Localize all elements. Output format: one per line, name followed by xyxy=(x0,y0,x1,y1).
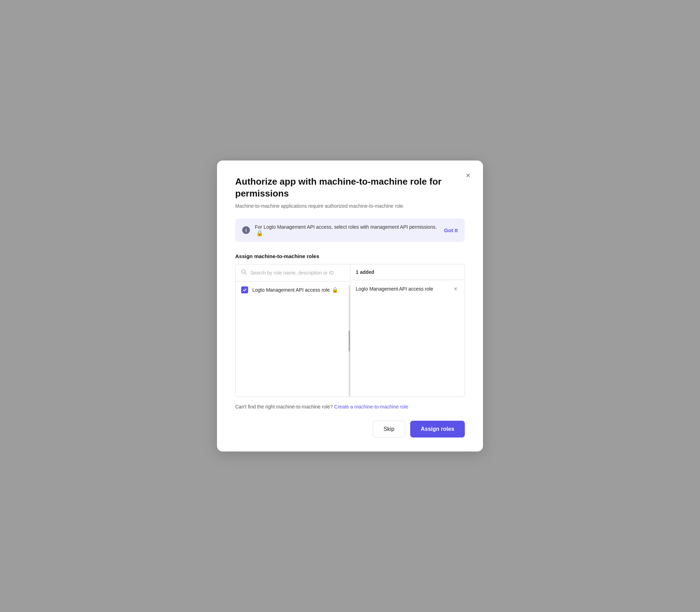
remove-role-button[interactable]: × xyxy=(452,285,459,293)
modal-dialog: × Authorize app with machine-to-machine … xyxy=(217,161,483,451)
checkbox-checked xyxy=(241,286,248,293)
modal-title: Authorize app with machine-to-machine ro… xyxy=(235,176,465,200)
close-button[interactable]: × xyxy=(464,170,472,181)
skip-button[interactable]: Skip xyxy=(373,421,405,437)
search-input[interactable] xyxy=(250,270,344,276)
backdrop: × Authorize app with machine-to-machine … xyxy=(0,0,700,612)
info-banner-text: For Logto Management API access, select … xyxy=(255,224,439,236)
scrollbar-thumb xyxy=(349,330,350,351)
role-name-left: Logto Management API access role 🔒 xyxy=(252,287,338,293)
list-item: Logto Management API access role × xyxy=(350,280,465,298)
role-name-right: Logto Management API access role xyxy=(356,286,433,292)
search-icon xyxy=(241,269,247,276)
roles-container: Logto Management API access role 🔒 1 add… xyxy=(235,264,465,397)
got-it-button[interactable]: Got It xyxy=(444,227,458,233)
create-role-link[interactable]: Create a machine-to-machine role xyxy=(334,404,408,410)
footer-buttons: Skip Assign roles xyxy=(235,421,465,437)
roles-right-panel: 1 added Logto Management API access role… xyxy=(350,264,465,397)
cant-find-text: Can't find the right machine-to-machine … xyxy=(235,404,465,410)
search-box xyxy=(236,264,350,282)
role-icon: 🔒 xyxy=(332,287,338,293)
section-label: Assign machine-to-machine roles xyxy=(235,253,465,259)
scrollbar-track xyxy=(349,285,350,397)
roles-left-panel: Logto Management API access role 🔒 xyxy=(236,264,350,397)
scrollbar xyxy=(349,285,350,397)
modal-subtitle: Machine-to-machine applications require … xyxy=(235,203,465,209)
added-count-header: 1 added xyxy=(350,264,465,280)
assign-roles-button[interactable]: Assign roles xyxy=(410,421,465,437)
svg-line-1 xyxy=(245,273,246,274)
info-emoji: 🔒 xyxy=(256,230,263,236)
list-item[interactable]: Logto Management API access role 🔒 xyxy=(236,282,350,298)
info-banner: i For Logto Management API access, selec… xyxy=(235,219,465,242)
info-icon: i xyxy=(242,226,250,234)
